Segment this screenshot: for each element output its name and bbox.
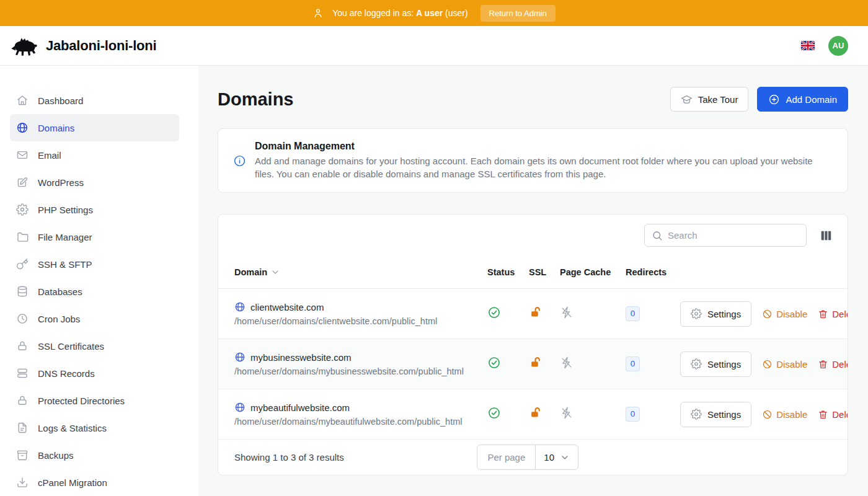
- column-label: SSL: [529, 267, 546, 277]
- delete-button[interactable]: Delete: [818, 309, 848, 319]
- impersonated-user-name: A user: [416, 8, 443, 18]
- column-header-domain[interactable]: Domain: [234, 267, 487, 277]
- domain-name[interactable]: clientwebsite.com: [250, 302, 324, 312]
- delete-button[interactable]: Delete: [818, 409, 848, 420]
- main-content: Domains Take Tour Add Domain Domain Mana…: [198, 66, 868, 496]
- globe-icon: [234, 402, 246, 413]
- app-root: You are logged in as: A user (user) Retu…: [0, 0, 868, 496]
- page-header: Domains Take Tour Add Domain: [218, 87, 848, 112]
- gear-icon: [691, 409, 702, 420]
- impersonation-banner: You are logged in as: A user (user) Retu…: [0, 0, 868, 26]
- disable-button[interactable]: Disable: [762, 409, 807, 420]
- settings-button[interactable]: Settings: [680, 352, 751, 377]
- disable-button[interactable]: Disable: [762, 309, 807, 319]
- sidebar-item-domains[interactable]: Domains: [10, 114, 179, 141]
- gear-icon: [691, 358, 702, 370]
- sidebar-item-cron-jobs[interactable]: Cron Jobs: [10, 305, 179, 332]
- redirects-count-badge[interactable]: 0: [626, 407, 640, 422]
- delete-label: Delete: [832, 309, 848, 319]
- take-tour-button[interactable]: Take Tour: [670, 87, 749, 112]
- redirects-count-badge[interactable]: 0: [626, 306, 640, 321]
- sidebar-item-label: Backups: [38, 450, 74, 461]
- header-actions: AU: [801, 36, 858, 56]
- sidebar-item-file-manager[interactable]: File Manager: [10, 223, 179, 250]
- globe-icon: [234, 352, 246, 363]
- chevron-down-icon: [560, 453, 570, 463]
- sidebar-item-label: SSL Certificates: [38, 341, 104, 352]
- return-to-admin-button[interactable]: Return to Admin: [480, 5, 556, 22]
- sidebar-item-databases[interactable]: Databases: [10, 278, 179, 305]
- sidebar-item-php-settings[interactable]: PHP Settings: [10, 196, 179, 223]
- mail-icon: [16, 149, 29, 161]
- globe-icon: [234, 301, 246, 312]
- sidebar-item-wordpress[interactable]: WordPress: [10, 169, 179, 196]
- disable-label: Disable: [776, 409, 807, 420]
- table-row: mybusinesswebsite.com /home/user/domains…: [218, 339, 848, 389]
- impersonation-message: You are logged in as: A user (user): [332, 8, 467, 18]
- sidebar-item-dashboard[interactable]: Dashboard: [10, 87, 179, 114]
- brand-home-link[interactable]: Jabaloni-loni-loni: [10, 35, 157, 57]
- add-domain-label: Add Domain: [786, 94, 837, 105]
- domain-name[interactable]: mybusinesswebsite.com: [250, 352, 352, 363]
- impersonated-user-role: (user): [445, 8, 468, 18]
- trash-icon: [818, 359, 828, 370]
- globe-icon: [16, 122, 29, 134]
- settings-button[interactable]: Settings: [680, 402, 751, 427]
- table-row: mybeautifulwebsite.com /home/user/domain…: [218, 389, 848, 440]
- per-page-label: Per page: [477, 445, 536, 469]
- column-label: Page Cache: [560, 267, 611, 277]
- delete-button[interactable]: Delete: [818, 359, 848, 370]
- settings-button[interactable]: Settings: [680, 301, 751, 327]
- language-flag-icon[interactable]: [801, 41, 815, 50]
- per-page-select[interactable]: 10: [536, 445, 578, 469]
- table-header-row: Domain Status SSL Page Cache Redirects: [218, 256, 848, 289]
- sidebar-item-label: DNS Records: [38, 368, 95, 379]
- impersonation-prefix: You are logged in as:: [332, 8, 414, 18]
- add-domain-button[interactable]: Add Domain: [757, 87, 848, 112]
- sidebar-item-backups[interactable]: Backups: [10, 441, 179, 469]
- trash-icon: [818, 409, 828, 420]
- status-enabled-check-icon: [487, 406, 501, 420]
- sidebar-item-email[interactable]: Email: [10, 141, 179, 169]
- sidebar-nav: Dashboard Domains Email WordPress PHP Se…: [0, 66, 198, 496]
- sidebar-item-label: SSH & SFTP: [38, 259, 92, 270]
- sidebar-item-label: File Manager: [38, 232, 92, 242]
- server-icon: [16, 367, 29, 379]
- status-enabled-check-icon: [487, 306, 501, 319]
- settings-label: Settings: [707, 309, 741, 319]
- domain-cell: clientwebsite.com /home/user/domains/cli…: [234, 301, 487, 326]
- gear-icon: [16, 203, 29, 216]
- column-label: Domain: [234, 267, 267, 277]
- sidebar-item-logs-statistics[interactable]: Logs & Statistics: [10, 414, 179, 441]
- sidebar-item-ssh-sftp[interactable]: SSH & SFTP: [10, 250, 179, 278]
- domain-name[interactable]: mybeautifulwebsite.com: [250, 402, 350, 413]
- archive-icon: [16, 449, 29, 461]
- sidebar-item-label: Domains: [38, 123, 74, 133]
- column-label: Redirects: [626, 267, 666, 277]
- sidebar-item-protected-directories[interactable]: Protected Directories: [10, 387, 179, 414]
- home-icon: [16, 94, 29, 107]
- column-header-status: Status: [487, 267, 529, 277]
- file-text-icon: [16, 422, 29, 434]
- sidebar-item-ssl-certificates[interactable]: SSL Certificates: [10, 332, 179, 360]
- domains-table-card: Domain Status SSL Page Cache Redirects c…: [218, 214, 848, 476]
- user-icon: [312, 7, 324, 19]
- ssl-unlocked-icon: [529, 356, 542, 370]
- edit-icon: [16, 176, 29, 188]
- domain-management-info-box: Domain Management Add and manage domains…: [218, 128, 848, 193]
- delete-label: Delete: [832, 409, 848, 420]
- disable-button[interactable]: Disable: [762, 359, 807, 370]
- download-icon: [16, 476, 29, 489]
- column-picker-button[interactable]: [819, 229, 833, 242]
- column-label: Status: [487, 267, 515, 277]
- sidebar-item-cpanel-migration[interactable]: cPanel Migration: [10, 469, 179, 496]
- per-page-control: Per page 10: [477, 445, 578, 470]
- table-toolbar: [218, 215, 848, 256]
- gear-icon: [691, 308, 702, 319]
- user-avatar[interactable]: AU: [828, 36, 848, 56]
- search-input[interactable]: [668, 230, 799, 241]
- redirects-count-badge[interactable]: 0: [626, 356, 640, 371]
- trash-icon: [818, 309, 828, 319]
- column-header-page-cache: Page Cache: [560, 267, 626, 277]
- sidebar-item-dns-records[interactable]: DNS Records: [10, 360, 179, 387]
